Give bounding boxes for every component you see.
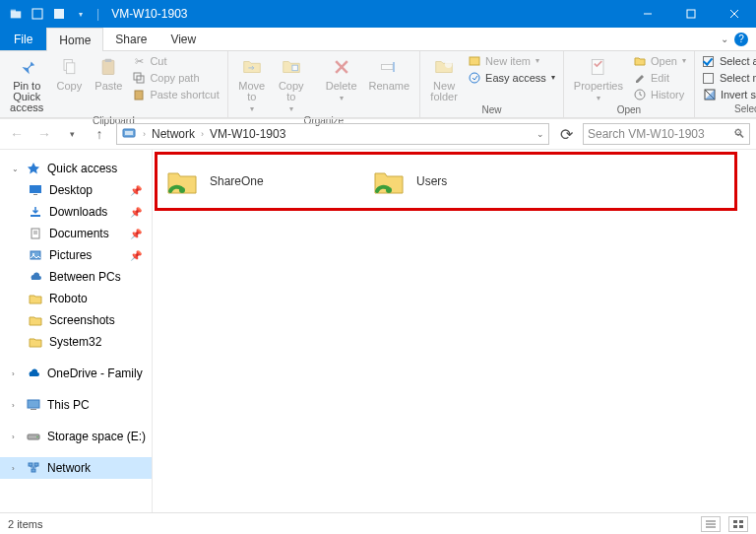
nav-forward-button[interactable]: → [33, 123, 55, 145]
nav-back-button[interactable]: ← [6, 123, 28, 145]
svg-rect-9 [67, 63, 75, 74]
tab-share[interactable]: Share [103, 28, 158, 50]
qat-icon-2[interactable] [51, 6, 67, 22]
svg-rect-1 [11, 10, 16, 13]
navigation-pane[interactable]: ⌄ Quick access Desktop 📌 Downloads 📌 Doc… [0, 150, 153, 512]
history-icon [633, 88, 647, 101]
crumb-network[interactable]: Network [152, 127, 195, 141]
app-icon [8, 6, 24, 22]
svg-rect-50 [733, 525, 737, 528]
paste-shortcut-icon [132, 88, 146, 101]
rename-button[interactable]: Rename [365, 53, 414, 94]
sidebar-item-quick-access[interactable]: ⌄ Quick access [0, 158, 152, 179]
sidebar-item-downloads[interactable]: Downloads 📌 [0, 201, 152, 223]
paste-shortcut-button[interactable]: Paste shortcut [130, 87, 220, 102]
cut-button[interactable]: ✂ Cut [130, 53, 220, 69]
copy-path-icon [132, 71, 146, 85]
svg-rect-27 [125, 131, 133, 135]
copy-to-icon [280, 55, 303, 79]
view-details-button[interactable] [701, 516, 721, 532]
pin-icon: 📌 [130, 229, 146, 239]
sidebar-item-roboto[interactable]: Roboto [0, 288, 152, 309]
sidebar-item-onedrive[interactable]: › OneDrive - Family [0, 363, 152, 384]
delete-button[interactable]: Delete▾ [322, 53, 361, 104]
sidebar-item-system32[interactable]: System32 [0, 331, 152, 353]
svg-rect-29 [33, 194, 37, 195]
sidebar-item-documents[interactable]: Documents 📌 [0, 223, 152, 244]
share-item-shareone[interactable]: ShareOne [164, 164, 264, 199]
new-folder-button[interactable]: New folder [426, 53, 462, 104]
minimize-button[interactable] [626, 0, 669, 28]
svg-rect-48 [733, 520, 737, 523]
tab-row: File Home Share View ⌄ ? [0, 28, 756, 51]
move-to-icon [240, 55, 264, 79]
refresh-button[interactable]: ⟳ [555, 123, 577, 145]
folder-icon [28, 291, 43, 306]
svg-rect-51 [739, 525, 743, 528]
svg-point-20 [445, 61, 452, 68]
new-item-button[interactable]: New item▾ [466, 53, 557, 69]
select-all-button[interactable]: Select all [701, 53, 756, 69]
folder-icon [28, 334, 43, 350]
sidebar-item-storage[interactable]: › Storage space (E:) [0, 426, 152, 447]
share-item-users[interactable]: Users [371, 164, 447, 199]
copy-button[interactable]: Copy [51, 53, 87, 94]
move-to-button[interactable]: Move to▾ [234, 53, 270, 115]
edit-button[interactable]: Edit [631, 70, 688, 86]
pin-to-quick-access-button[interactable]: Pin to Quick access [6, 53, 47, 115]
select-none-icon [703, 73, 714, 84]
invert-selection-icon [703, 88, 717, 101]
delete-icon [330, 55, 353, 79]
file-menu[interactable]: File [0, 28, 46, 50]
address-bar[interactable]: › Network › VM-W10-1903 ⌄ [116, 123, 549, 145]
new-item-icon [468, 54, 481, 68]
open-button[interactable]: Open▾ [631, 53, 688, 69]
invert-selection-button[interactable]: Invert selection [701, 87, 756, 102]
tab-view[interactable]: View [158, 28, 208, 50]
svg-rect-2 [32, 9, 42, 19]
view-large-icons-button[interactable] [728, 516, 748, 532]
sidebar-item-between-pcs[interactable]: Between PCs [0, 266, 152, 288]
pin-icon [15, 55, 38, 79]
search-input[interactable]: Search VM-W10-1903 🔍︎ [583, 123, 750, 145]
copy-path-button[interactable]: Copy path [130, 70, 220, 86]
content-area[interactable]: ShareOne Users [153, 150, 756, 512]
sidebar-item-network[interactable]: › Network [0, 457, 152, 479]
ribbon-collapse-icon[interactable]: ⌄ [721, 33, 728, 44]
status-item-count: 2 items [8, 518, 42, 530]
open-icon [633, 54, 647, 68]
maximize-button[interactable] [669, 0, 713, 28]
new-folder-icon [432, 55, 456, 79]
paste-button[interactable]: Paste [91, 53, 126, 94]
nav-recent-button[interactable]: ▾ [61, 123, 83, 145]
folder-icon [28, 312, 43, 328]
share-folder-icon [371, 164, 407, 199]
copy-to-button[interactable]: Copy to▾ [274, 53, 309, 115]
sidebar-item-desktop[interactable]: Desktop 📌 [0, 179, 152, 201]
nav-up-button[interactable]: ↑ [89, 123, 110, 145]
svg-rect-42 [32, 469, 35, 472]
help-icon[interactable]: ? [734, 33, 748, 46]
crumb-host[interactable]: VM-W10-1903 [210, 127, 285, 141]
sidebar-item-screenshots[interactable]: Screenshots [0, 309, 152, 331]
status-bar: 2 items [0, 512, 756, 534]
history-button[interactable]: History [631, 87, 688, 102]
address-dropdown-icon[interactable]: ⌄ [536, 129, 544, 139]
tab-home[interactable]: Home [46, 28, 103, 51]
svg-rect-40 [29, 463, 32, 466]
address-location-icon [121, 125, 137, 144]
search-icon: 🔍︎ [733, 127, 745, 141]
close-button[interactable] [713, 0, 756, 28]
qat-dropdown[interactable]: ▾ [73, 6, 89, 22]
sidebar-item-pictures[interactable]: Pictures 📌 [0, 244, 152, 266]
sidebar-item-this-pc[interactable]: › This PC [0, 394, 152, 416]
properties-button[interactable]: Properties▾ [570, 53, 627, 104]
qat-icon-1[interactable] [30, 6, 45, 22]
pin-icon: 📌 [130, 250, 146, 261]
svg-rect-11 [105, 59, 112, 62]
svg-point-39 [36, 436, 38, 438]
svg-rect-0 [11, 11, 22, 18]
easy-access-button[interactable]: Easy access▾ [466, 70, 557, 86]
network-icon [26, 460, 41, 476]
select-none-button[interactable]: Select none [701, 70, 756, 86]
